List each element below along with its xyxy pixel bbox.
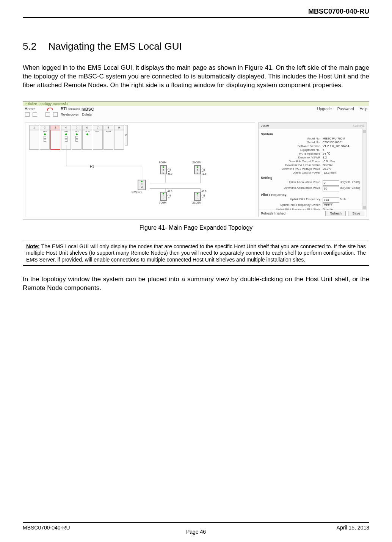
figure-caption: Figure 41- Main Page Expanded Topology xyxy=(23,224,369,231)
host-unit-shelf[interactable]: 1 2FIU 3 4OIU 5FIU 6RCU 7PSU 8PSU 9 0 xyxy=(29,125,128,150)
doc-id: MBSC0700-040-RU xyxy=(308,8,369,16)
intro-paragraph: When logged in to the EMS Local GUI, it … xyxy=(23,64,369,90)
uplink-pilot-freq-input[interactable] xyxy=(323,197,339,203)
gui-status-bar: Initialize Topology successful xyxy=(23,102,369,106)
page-header: MBSC0700-040-RU xyxy=(23,8,369,18)
node-2600m[interactable]: BD xyxy=(194,165,201,174)
chevron-down-icon: ▾ xyxy=(331,204,332,207)
note-label: Note: xyxy=(26,243,40,249)
pilot-switch-select[interactable]: OFF▾ xyxy=(323,203,333,207)
footer-page-number: Page 46 xyxy=(23,529,369,535)
downlink-att-input[interactable] xyxy=(323,186,339,191)
signal-icon: ·)) xyxy=(201,193,205,197)
section-number: 5.2 xyxy=(23,41,45,52)
fiber-label: F1 xyxy=(90,164,94,169)
brand-logo: BTIWIRELESS mBSC xyxy=(46,107,94,111)
home-link[interactable]: Home xyxy=(25,107,35,111)
section-heading: 5.2 Navigating the EMS Local GUI xyxy=(23,41,369,52)
gui-toolbar: Re-discover Delete xyxy=(23,111,369,117)
signal-icon: ·)) xyxy=(201,168,205,172)
panel-control[interactable]: Control xyxy=(353,124,364,128)
save-button[interactable]: Save xyxy=(348,211,364,216)
delete-button[interactable]: Delete xyxy=(82,113,92,116)
panel-title: 700M xyxy=(261,124,270,128)
refresh-icon[interactable] xyxy=(45,112,50,117)
help-link[interactable]: Help xyxy=(359,107,367,111)
upgrade-link[interactable]: Upgrade xyxy=(317,107,332,111)
panel-scrollbar[interactable] xyxy=(362,129,367,210)
zoom-in-icon[interactable] xyxy=(25,112,30,117)
refresh-button[interactable]: Refresh xyxy=(325,211,346,216)
ems-gui: Initialize Topology successful Home BTIW… xyxy=(23,102,369,219)
product-name: mBSC xyxy=(82,107,94,111)
signal-icon: ·)) xyxy=(167,193,171,197)
password-link[interactable]: Password xyxy=(337,107,354,111)
tool-icon[interactable] xyxy=(53,112,58,117)
node-700m[interactable]: BD xyxy=(160,192,167,201)
signal-icon: ·)) xyxy=(167,168,171,172)
gui-top-bar: Home BTIWIRELESS mBSC Upgrade Password H… xyxy=(23,106,369,111)
top-nav: Upgrade Password Help xyxy=(313,107,367,111)
topology-canvas[interactable]: 1 2FIU 3 4OIU 5FIU 6RCU 7PSU 8PSU 9 0 F1 xyxy=(25,122,255,217)
uplink-att-input[interactable] xyxy=(323,180,339,186)
note-box: Note: The EMS Local GUI will only displa… xyxy=(23,241,369,266)
panel-status: Refresh finished xyxy=(261,211,285,215)
note-text: The EMS Local GUI will only display the … xyxy=(26,243,366,263)
rediscover-button[interactable]: Re-discover xyxy=(61,113,79,116)
node-2100m[interactable]: BD xyxy=(194,192,201,201)
figure-41: Initialize Topology successful Home BTIW… xyxy=(23,101,369,219)
section-title: Navigating the EMS Local GUI xyxy=(48,41,182,52)
cm-node[interactable]: CM xyxy=(138,180,146,190)
node-800m[interactable]: BD xyxy=(160,165,167,174)
properties-panel: 700M Control System Model No.MBSC RU 700… xyxy=(258,122,367,217)
para-2: In the topology window the system can be… xyxy=(23,275,369,293)
zoom-out-icon[interactable] xyxy=(33,112,37,117)
